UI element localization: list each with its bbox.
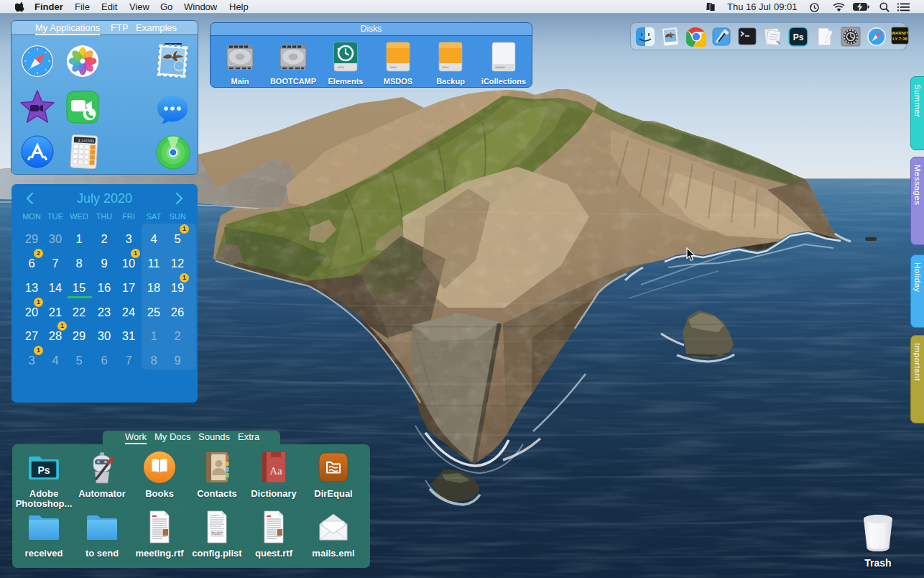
svg-text:Ps: Ps bbox=[37, 464, 50, 476]
svg-text:Aa: Aa bbox=[269, 465, 282, 477]
svg-text:LY 7:36: LY 7:36 bbox=[892, 37, 907, 41]
svg-text:WARNI?: WARNI? bbox=[892, 31, 909, 35]
svg-text:PLIST: PLIST bbox=[212, 531, 222, 536]
svg-text:3.141593: 3.141593 bbox=[78, 138, 94, 143]
svg-text:Ps: Ps bbox=[793, 32, 804, 42]
